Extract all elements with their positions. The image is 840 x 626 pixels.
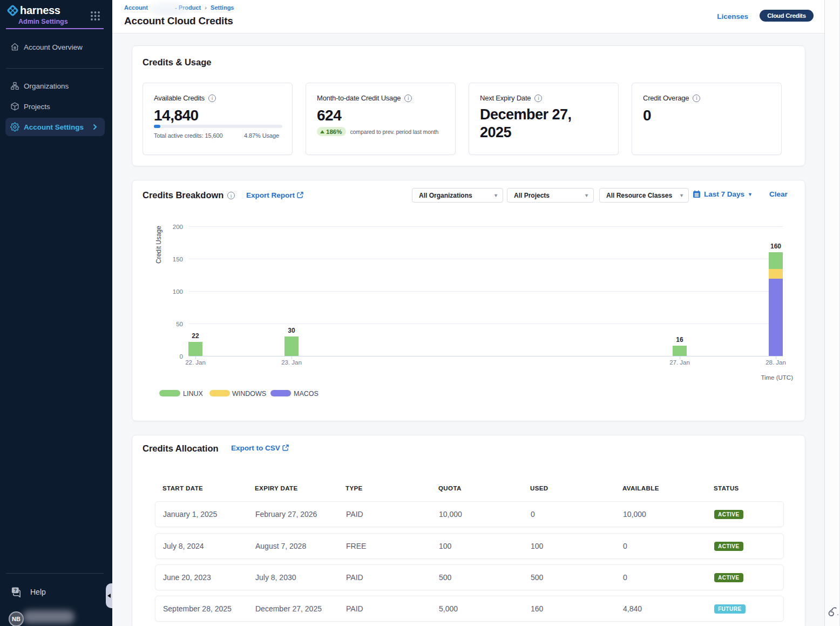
svg-text:160: 160 xyxy=(770,243,781,250)
svg-text:22. Jan: 22. Jan xyxy=(185,359,206,366)
svg-text:Credit Usage: Credit Usage xyxy=(155,226,162,264)
svg-text:30: 30 xyxy=(288,327,295,334)
svg-text:50: 50 xyxy=(176,321,183,327)
svg-text:MACOS: MACOS xyxy=(294,390,319,398)
svg-text:28. Jan: 28. Jan xyxy=(766,359,786,366)
svg-text:?: ? xyxy=(13,588,17,593)
svg-text:150: 150 xyxy=(173,256,183,262)
svg-text:23. Jan: 23. Jan xyxy=(281,359,302,366)
svg-text:0: 0 xyxy=(180,353,183,360)
svg-text:Time (UTC): Time (UTC) xyxy=(761,374,793,381)
svg-text:LINUX: LINUX xyxy=(183,390,203,398)
svg-text:22: 22 xyxy=(192,332,199,340)
svg-text:100: 100 xyxy=(173,288,183,295)
svg-text:16: 16 xyxy=(676,336,683,344)
svg-text:200: 200 xyxy=(173,224,183,230)
svg-text:27. Jan: 27. Jan xyxy=(669,359,690,366)
svg-text:WINDOWS: WINDOWS xyxy=(232,390,266,398)
